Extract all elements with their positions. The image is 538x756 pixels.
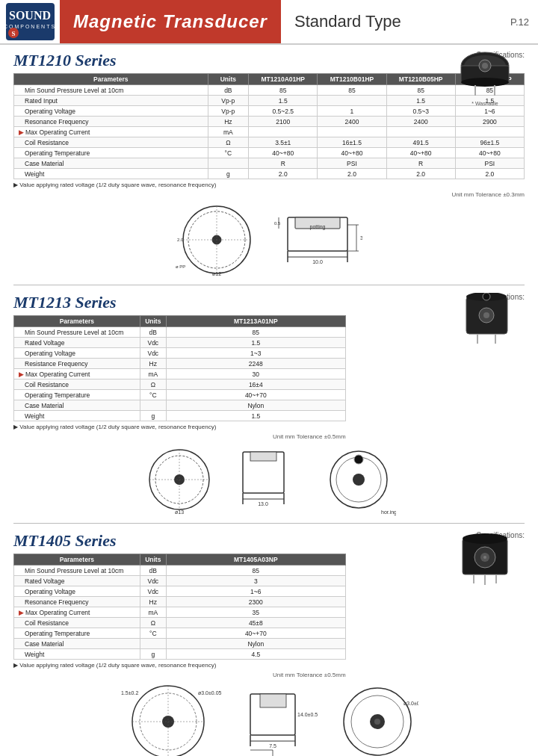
table-row: ▶Max Operating CurrentmA35 <box>14 607 346 618</box>
mt1213-section: MT1213 Series Specifications: Parameters… <box>13 293 525 515</box>
table-row: Rated InputVp-p1.51.51.5 <box>14 96 525 106</box>
mt1210-header-row: MT1210 Series Specifications: <box>13 51 525 72</box>
mt1405-title: MT1405 Series <box>13 531 117 551</box>
page-subtitle: Standard Type <box>294 12 401 31</box>
svg-text:potting: potting <box>309 224 325 230</box>
table-row: ▶Max Operating CurrentmA <box>14 127 525 137</box>
mt1210-diagram-area: ø12 2.0 ø PP potting 10.0 3.9 0.5 <box>13 202 525 277</box>
page: SOUND COMPONENTS S Magnetic Transducer S… <box>0 0 538 756</box>
mt1405-unit-note: Unit mm Tolerance ±0.5mm <box>13 672 346 678</box>
table-row: Operating Temperature°C40~+8040~+8040~+8… <box>14 148 525 158</box>
table-row: Resonance FrequencyHz2100240024002900 <box>14 117 525 127</box>
mt1213-col-a01: MT1213A01NP <box>167 316 346 327</box>
table-row: Operating VoltageVdc1~6 <box>14 586 346 597</box>
mt1213-header-row: MT1213 Series Specifications: <box>13 293 525 314</box>
table-row: Coil ResistanceΩ45±8 <box>14 618 346 628</box>
svg-text:hor.ing: hor.ing <box>381 509 396 515</box>
mt1405-note: ▶ Value applying rated voltage (1/2 duty… <box>13 662 525 669</box>
table-row: Weightg4.5 <box>14 649 346 660</box>
mt1210-title: MT1210 Series <box>13 51 117 70</box>
svg-text:ø PP: ø PP <box>176 264 185 269</box>
page-title: Magnetic Transducer <box>73 11 268 32</box>
svg-text:7.5: 7.5 <box>269 743 276 749</box>
mt1213-diagram-top: ø13 <box>142 444 217 515</box>
mt1210-col-params: Parameters <box>14 74 208 85</box>
mt1213-col-params: Parameters <box>14 316 140 327</box>
mt1210-col-units: Units <box>208 74 249 85</box>
mt1213-product-image <box>463 293 511 350</box>
mt1213-unit-note: Unit mm Tolerance ±0.5mm <box>13 433 346 440</box>
svg-text:14.0±0.5: 14.0±0.5 <box>297 712 318 717</box>
table-row: Weightg1.5 <box>14 411 346 421</box>
mt1210-washable-note: * Washable <box>459 101 511 106</box>
table-row: Operating Temperature°C40~+70 <box>14 390 346 400</box>
svg-point-10 <box>482 63 488 69</box>
svg-text:ø3.0±0.05: ø3.0±0.05 <box>404 701 418 706</box>
svg-text:ø12: ø12 <box>212 271 221 276</box>
divider-2 <box>13 523 525 524</box>
mt1210-diagram-side: potting 10.0 3.9 0.5 <box>273 202 362 277</box>
mt1405-table: Parameters Units MT1405A03NP Min Sound P… <box>13 554 346 660</box>
table-row: Resistance FrequencyHz2248 <box>14 359 346 369</box>
title-box: Magnetic Transducer <box>60 0 281 43</box>
svg-text:0.5: 0.5 <box>274 221 281 226</box>
svg-rect-75 <box>260 694 286 707</box>
table-row: Case MaterialNylon <box>14 639 346 649</box>
table-row: Operating Temperature°C40~+70 <box>14 628 346 639</box>
mt1210-table: Parameters Units MT1210A01HP MT1210B01HP… <box>13 73 525 179</box>
svg-point-55 <box>353 474 365 486</box>
mt1210-note: ▶ Value applying rated voltage (1/2 duty… <box>13 182 525 188</box>
mt1405-col-units: Units <box>140 554 166 566</box>
svg-text:ø3.0±0.05: ø3.0±0.05 <box>198 690 222 695</box>
svg-text:1.5±0.2: 1.5±0.2 <box>121 690 138 695</box>
table-row: Rated VoltageVdc3 <box>14 576 346 586</box>
table-row: Operating VoltageVdc1~3 <box>14 348 346 359</box>
svg-point-56 <box>354 455 363 464</box>
mt1405-product-image <box>459 531 511 589</box>
table-row: Coil ResistanceΩ16±4 <box>14 379 346 390</box>
mt1405-section: MT1405 Series Specifications: Parameters… <box>13 531 525 756</box>
mt1405-header-row: MT1405 Series Specifications: <box>13 531 525 552</box>
subtitle-box: Standard Type <box>281 0 501 43</box>
mt1213-col-units: Units <box>140 316 166 327</box>
mt1210-col-b01: MT1210B01HP <box>318 74 386 85</box>
svg-text:2.0: 2.0 <box>177 238 184 242</box>
page-number-box: P.12 <box>501 0 538 43</box>
svg-point-87 <box>374 719 380 725</box>
mt1213-title: MT1213 Series <box>13 293 117 312</box>
table-row: Operating VoltageVp-p0.5~2.510.5~31~6 <box>14 106 525 117</box>
logo-icon: SOUND COMPONENTS S <box>6 3 55 40</box>
mt1213-diagram-3d: hor.ing <box>321 444 396 515</box>
svg-text:S: S <box>11 30 15 37</box>
table-row: Min Sound Pressure Level at 10cmdB85 <box>14 327 346 338</box>
svg-text:13.0: 13.0 <box>258 501 268 506</box>
mt1210-section: MT1210 Series Specifications: * Washable… <box>13 51 525 277</box>
mt1405-diagram-area: ø14 1.5±0.2 ø3.0±0.05 7.5 14.0±0.5 8 <box>13 683 525 756</box>
svg-text:ø13: ø13 <box>175 509 184 515</box>
mt1405-diagram-top: ø14 1.5±0.2 ø3.0±0.05 <box>120 683 224 756</box>
mt1405-diagram-3d: ø3.0±0.05 <box>336 683 418 756</box>
mt1210-unit-note: Unit mm Tolerance ±0.3mm <box>13 191 525 198</box>
table-row: ▶Max Operating CurrentmA30 <box>14 369 346 379</box>
svg-point-8 <box>461 78 509 87</box>
svg-text:3.9: 3.9 <box>360 235 362 241</box>
svg-point-38 <box>483 293 490 300</box>
table-row: Weightg2.02.02.02.0 <box>14 169 525 179</box>
mt1405-col-a03: MT1405A03NP <box>167 554 346 566</box>
mt1405-diagram-side: 7.5 14.0±0.5 8 <box>239 683 321 756</box>
svg-point-59 <box>463 533 507 544</box>
table-row: Case MaterialRPSIRPSI <box>14 158 525 169</box>
svg-text:SOUND: SOUND <box>8 9 50 22</box>
table-row: Resonance FrequencyHz2300 <box>14 597 346 607</box>
svg-text:10.0: 10.0 <box>312 259 323 264</box>
mt1210-diagram-top: ø12 2.0 ø PP <box>176 202 258 277</box>
svg-point-37 <box>483 312 489 318</box>
mt1213-note: ▶ Value applying rated voltage (1/2 duty… <box>13 424 525 430</box>
table-row: Rated VoltageVdc1.5 <box>14 338 346 348</box>
mt1213-diagram-side: 13.0 <box>232 444 306 515</box>
table-row: Min Sound Pressure Level at 10cmdB858585… <box>14 85 525 96</box>
svg-rect-48 <box>250 452 276 461</box>
mt1213-diagram-area: ø13 13.0 hor.ing <box>13 444 525 515</box>
mt1405-col-params: Parameters <box>14 554 140 566</box>
mt1210-col-a01: MT1210A01HP <box>249 74 318 85</box>
